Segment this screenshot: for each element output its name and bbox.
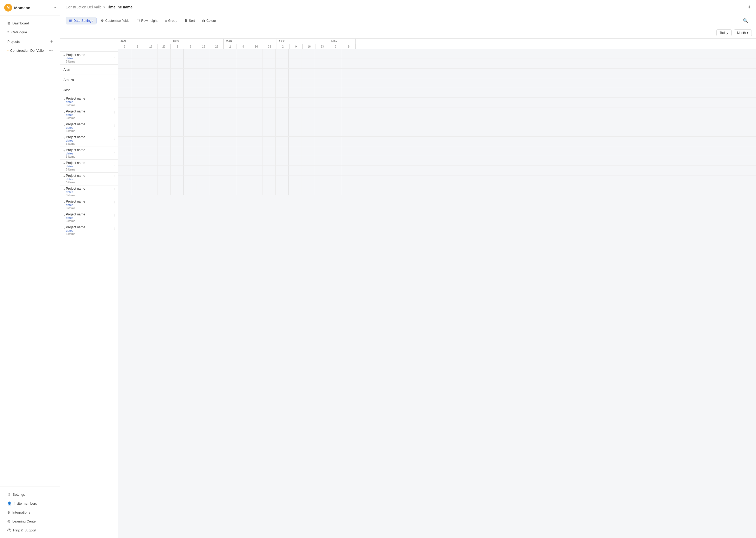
row-more-icon[interactable]: ⋮ — [113, 124, 116, 127]
row-dates-link[interactable]: dates — [66, 203, 112, 206]
row-more-icon[interactable]: ⋮ — [113, 98, 116, 101]
grid-cell — [118, 107, 131, 117]
row-dates-link[interactable]: dates — [66, 139, 112, 142]
breadcrumb-parent[interactable]: Construction Del Valle — [66, 5, 102, 9]
date-cell: 9 — [184, 44, 197, 49]
grid-cell — [289, 69, 302, 78]
row-chevron-icon[interactable]: ▾ — [64, 111, 65, 114]
sidebar-project-construction[interactable]: ● Construction Del Valle ••• — [2, 46, 58, 54]
grid-cell — [197, 117, 210, 127]
grid-cell — [144, 78, 158, 88]
today-button[interactable]: Today — [716, 29, 732, 36]
row-chevron-icon[interactable]: ▾ — [64, 98, 65, 101]
grid-cell — [223, 117, 236, 127]
add-project-button[interactable]: + — [50, 39, 53, 44]
grid-cell — [236, 59, 249, 68]
grid-cell — [289, 49, 302, 59]
row-chevron-icon[interactable]: ▾ — [64, 149, 65, 152]
month-button[interactable]: Month ▾ — [734, 29, 752, 36]
row-dates-link[interactable]: dates — [66, 165, 112, 168]
grid-cell — [262, 78, 276, 88]
grid-cell — [184, 176, 197, 185]
row-more-icon[interactable]: ⋮ — [113, 201, 116, 204]
grid-cell — [341, 78, 354, 88]
sidebar-item-integrations[interactable]: ⊕ Integrations — [2, 508, 58, 517]
row-project-name: Project name — [66, 123, 112, 126]
grid-cell — [144, 98, 158, 107]
sidebar-item-invite[interactable]: 👤 Invite members — [2, 499, 58, 508]
sidebar-item-dashboard[interactable]: ⊞ Dashboard — [2, 19, 58, 27]
grid-cell — [276, 166, 289, 175]
grid-cell — [302, 136, 315, 146]
row-dates-link[interactable]: dates — [66, 126, 112, 129]
grid-cell — [289, 98, 302, 107]
row-dates-link[interactable]: dates — [66, 152, 112, 155]
row-more-icon[interactable]: ⋮ — [113, 149, 116, 153]
row-height-label: Row height — [141, 19, 158, 23]
grid-cell — [131, 176, 144, 185]
grid-cell — [197, 136, 210, 146]
sidebar-item-help[interactable]: ? Help & Support — [2, 526, 58, 535]
timeline-row: ▾Project namedates3 items⋮ — [60, 108, 118, 121]
row-chevron-icon[interactable]: ▾ — [64, 188, 65, 191]
grid-cell — [341, 146, 354, 156]
sidebar-item-catalogue[interactable]: ≡ Catalogue — [2, 28, 58, 36]
row-project-name: Project name — [66, 161, 112, 165]
grid-cell — [328, 69, 341, 78]
grid-cell — [328, 176, 341, 185]
row-more-icon[interactable]: ⋮ — [113, 175, 116, 179]
row-dates-link[interactable]: dates — [66, 190, 112, 193]
row-dates-link[interactable]: dates — [66, 216, 112, 219]
date-settings-button[interactable]: ▦ Date Settings — [66, 17, 97, 25]
row-dates-link[interactable]: dates — [66, 100, 112, 103]
grid-cell — [302, 49, 315, 59]
export-button[interactable]: ⬆ — [747, 4, 751, 10]
grid-cell — [341, 59, 354, 68]
row-chevron-icon[interactable]: ▾ — [64, 162, 65, 165]
row-dates-link[interactable]: dates — [66, 57, 112, 60]
date-cell: 2 — [276, 44, 290, 49]
sidebar-item-learning[interactable]: ◎ Learning Center — [2, 517, 58, 526]
grid-cell — [170, 127, 184, 136]
row-more-icon[interactable]: ⋮ — [113, 227, 116, 230]
row-height-button[interactable]: ⬚ Row height — [134, 17, 161, 24]
row-chevron-icon[interactable]: ▾ — [64, 124, 65, 127]
grid-cell — [236, 136, 249, 146]
grid-cell — [158, 69, 170, 78]
row-chevron-icon[interactable]: ▾ — [64, 201, 65, 204]
row-more-icon[interactable]: ⋮ — [113, 214, 116, 217]
row-chevron-icon[interactable]: ▾ — [64, 227, 65, 230]
grid-cell — [118, 136, 131, 146]
customise-fields-button[interactable]: ⚙ Customise fields — [98, 17, 132, 24]
grid-cell — [262, 176, 276, 185]
project-more-icon[interactable]: ••• — [49, 48, 53, 53]
colour-icon: ◑ — [202, 19, 205, 23]
row-chevron-icon[interactable]: ▾ — [64, 54, 65, 57]
row-more-icon[interactable]: ⋮ — [113, 162, 116, 166]
row-more-icon[interactable]: ⋮ — [113, 54, 116, 58]
group-button[interactable]: ≡ Group — [162, 17, 180, 24]
grid-cell — [249, 146, 262, 156]
row-more-icon[interactable]: ⋮ — [113, 111, 116, 114]
row-dates-link[interactable]: dates — [66, 113, 112, 116]
timeline-row: ▾Project namedates3 items⋮ — [60, 95, 118, 108]
grid-cell — [170, 176, 184, 185]
row-more-icon[interactable]: ⋮ — [113, 136, 116, 140]
row-chevron-icon[interactable]: ▾ — [64, 214, 65, 217]
invite-icon: 👤 — [7, 502, 12, 506]
search-button[interactable]: 🔍 — [740, 17, 751, 25]
colour-button[interactable]: ◑ Colour — [199, 17, 219, 24]
grid-cell — [315, 88, 328, 97]
sidebar-bottom-label: Learning Center — [12, 519, 37, 523]
grid-cell — [249, 117, 262, 127]
row-chevron-icon[interactable]: ▾ — [64, 136, 65, 139]
row-chevron-icon[interactable]: ▾ — [64, 175, 65, 178]
sidebar-item-settings[interactable]: ⚙ Settings — [2, 490, 58, 499]
sidebar-chevron-icon[interactable]: ▾ — [54, 6, 56, 10]
row-dates-link[interactable]: dates — [66, 178, 112, 181]
grid-cell — [158, 166, 170, 175]
row-dates-link[interactable]: dates — [66, 229, 112, 232]
grid-cell — [197, 69, 210, 78]
sort-button[interactable]: ⇅ Sort — [181, 17, 198, 24]
row-more-icon[interactable]: ⋮ — [113, 188, 116, 191]
